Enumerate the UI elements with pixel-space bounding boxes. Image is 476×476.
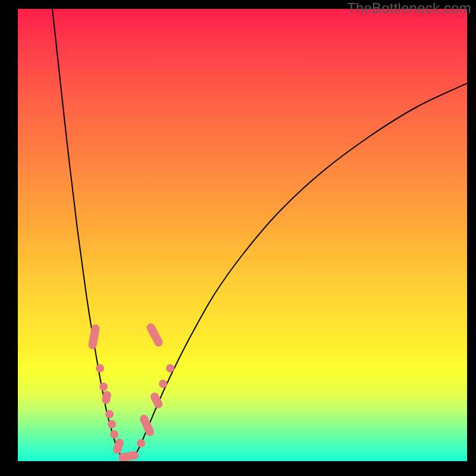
data-marker-dot <box>105 410 114 418</box>
data-marker-dot <box>166 364 174 372</box>
chart-plot-area <box>18 9 467 461</box>
bottleneck-curve <box>18 9 467 461</box>
data-marker-pill <box>87 324 100 350</box>
data-marker-pill <box>118 450 139 461</box>
data-marker-dot <box>159 380 167 388</box>
data-marker-dot <box>96 364 104 372</box>
data-marker-dot <box>108 420 116 428</box>
curve-right-branch <box>133 83 467 458</box>
data-marker-pill <box>145 322 164 348</box>
attribution-label: TheBottleneck.com <box>347 0 471 17</box>
data-marker-dot <box>99 383 108 391</box>
data-marker-dot <box>137 439 145 447</box>
data-marker-dot <box>110 430 118 439</box>
curve-left-branch <box>52 9 123 458</box>
data-markers <box>87 322 174 461</box>
